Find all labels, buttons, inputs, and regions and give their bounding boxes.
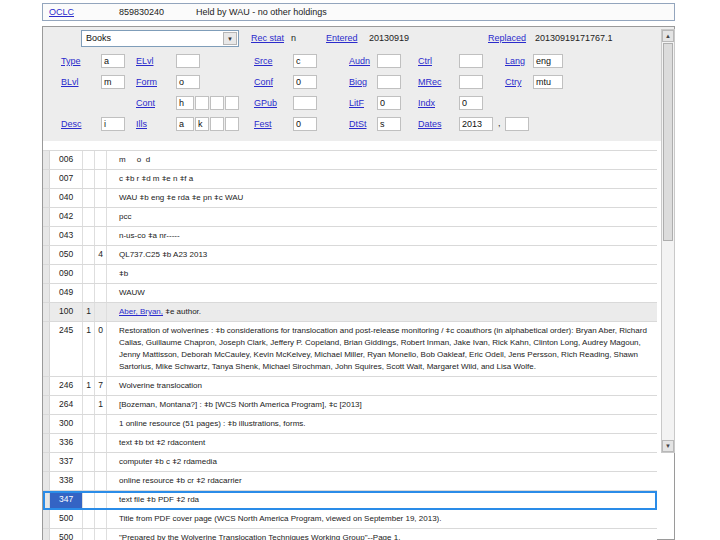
- field-value[interactable]: Aber, Bryan, ǂe author.: [107, 303, 657, 321]
- field-indicator2[interactable]: [95, 434, 107, 452]
- field-indicator1[interactable]: 1: [83, 322, 95, 376]
- field-value[interactable]: n-us-co ǂa nr-----: [107, 227, 657, 245]
- field-indicator1[interactable]: [83, 510, 95, 528]
- field-indicator1[interactable]: [83, 396, 95, 414]
- ff-label-indx[interactable]: Indx: [418, 98, 435, 108]
- ff-label-blvl[interactable]: BLvl: [61, 77, 79, 87]
- ff-input[interactable]: [195, 96, 209, 110]
- field-value[interactable]: WAU ǂb eng ǂe rda ǂe pn ǂc WAU: [107, 189, 657, 207]
- ff-label-biog[interactable]: Biog: [349, 77, 367, 87]
- ff-label-type[interactable]: Type: [61, 56, 81, 66]
- field-indicator1[interactable]: [83, 415, 95, 433]
- ff-input[interactable]: 0: [293, 75, 317, 89]
- ff-input[interactable]: [176, 54, 200, 68]
- ff-input[interactable]: [210, 96, 224, 110]
- ff-label-entered[interactable]: Entered: [326, 33, 358, 43]
- ff-label-fest[interactable]: Fest: [254, 119, 272, 129]
- field-indicator1[interactable]: [83, 434, 95, 452]
- field-indicator2[interactable]: [95, 472, 107, 490]
- ff-label-ctrl[interactable]: Ctrl: [418, 56, 432, 66]
- ff-label-mrec[interactable]: MRec: [418, 77, 442, 87]
- field-value[interactable]: Title from PDF cover page (WCS North Ame…: [107, 510, 657, 528]
- chevron-down-icon[interactable]: ▼: [223, 32, 237, 45]
- ff-label-conf[interactable]: Conf: [254, 77, 273, 87]
- field-tag[interactable]: 264: [50, 396, 83, 414]
- ff-label-srce[interactable]: Srce: [254, 56, 273, 66]
- field-indicator2[interactable]: [95, 227, 107, 245]
- ff-label-rec-stat[interactable]: Rec stat: [251, 33, 284, 43]
- ff-input[interactable]: [377, 75, 401, 89]
- field-value[interactable]: text file ǂb PDF ǂ2 rda: [107, 491, 657, 509]
- field-value[interactable]: Wolverine translocation: [107, 377, 657, 395]
- marc-field-row[interactable]: 336 text ǂb txt ǂ2 rdacontent: [43, 434, 657, 453]
- field-tag[interactable]: 338: [50, 472, 83, 490]
- field-indicator2[interactable]: 0: [95, 322, 107, 376]
- ff-label-elvl[interactable]: ELvl: [136, 56, 154, 66]
- marc-field-row[interactable]: 040 WAU ǂb eng ǂe rda ǂe pn ǂc WAU: [43, 189, 657, 208]
- ff-input[interactable]: [505, 117, 529, 131]
- marc-field-row[interactable]: 500 "Prepared by the Wolverine Transloca…: [43, 529, 657, 540]
- field-tag[interactable]: 300: [50, 415, 83, 433]
- field-indicator1[interactable]: [83, 189, 95, 207]
- field-tag[interactable]: 245: [50, 322, 83, 376]
- ff-label-form[interactable]: Form: [136, 77, 157, 87]
- ff-label-replaced[interactable]: Replaced: [488, 33, 526, 43]
- field-tag[interactable]: 100: [50, 303, 83, 321]
- marc-field-row[interactable]: 300 1 online resource (51 pages) : ǂb il…: [43, 415, 657, 434]
- field-indicator2[interactable]: [95, 208, 107, 226]
- field-indicator2[interactable]: [95, 415, 107, 433]
- field-tag[interactable]: 500: [50, 510, 83, 528]
- field-indicator2[interactable]: [95, 284, 107, 302]
- scroll-down-icon[interactable]: ▼: [662, 440, 674, 452]
- ff-label-dates[interactable]: Dates: [418, 119, 442, 129]
- field-value[interactable]: [Bozeman, Montana?] : ǂb [WCS North Amer…: [107, 396, 657, 414]
- ff-label-dtst[interactable]: DtSt: [349, 119, 367, 129]
- marc-field-row[interactable]: 245 1 0 Restoration of wolverines : ǂb c…: [43, 322, 657, 377]
- ff-label-cont[interactable]: Cont: [136, 98, 155, 108]
- field-indicator1[interactable]: [83, 284, 95, 302]
- field-indicator2[interactable]: [95, 170, 107, 188]
- field-tag[interactable]: 007: [50, 170, 83, 188]
- marc-field-row[interactable]: 246 1 7 Wolverine translocation: [43, 377, 657, 396]
- field-tag[interactable]: 500: [50, 529, 83, 540]
- field-value[interactable]: pcc: [107, 208, 657, 226]
- field-indicator2[interactable]: [95, 151, 107, 169]
- ff-input[interactable]: eng: [533, 54, 563, 68]
- field-value[interactable]: online resource ǂb cr ǂ2 rdacarrier: [107, 472, 657, 490]
- ff-input[interactable]: 0: [459, 96, 483, 110]
- field-tag[interactable]: 006: [50, 151, 83, 169]
- field-indicator2[interactable]: 4: [95, 246, 107, 264]
- oclc-link[interactable]: OCLC: [49, 7, 74, 17]
- field-indicator2[interactable]: 7: [95, 377, 107, 395]
- field-indicator2[interactable]: [95, 529, 107, 540]
- ff-label-lang[interactable]: Lang: [505, 56, 525, 66]
- ff-label-gpub[interactable]: GPub: [254, 98, 277, 108]
- field-value[interactable]: ǂb: [107, 265, 657, 283]
- field-indicator1[interactable]: [83, 246, 95, 264]
- field-value[interactable]: QL737.C25 ǂb A23 2013: [107, 246, 657, 264]
- marc-field-row[interactable]: 500 Title from PDF cover page (WCS North…: [43, 510, 657, 529]
- marc-field-row[interactable]: 050 4 QL737.C25 ǂb A23 2013: [43, 246, 657, 265]
- field-indicator2[interactable]: [95, 510, 107, 528]
- authority-link[interactable]: Aber, Bryan,: [119, 307, 163, 316]
- marc-field-row[interactable]: 337 computer ǂb c ǂ2 rdamedia: [43, 453, 657, 472]
- ff-input[interactable]: [377, 54, 401, 68]
- ff-input[interactable]: [293, 96, 317, 110]
- ff-input[interactable]: h: [176, 96, 194, 110]
- marc-field-row[interactable]: 347 text file ǂb PDF ǂ2 rda: [43, 491, 657, 510]
- field-indicator1[interactable]: [83, 265, 95, 283]
- field-indicator1[interactable]: 1: [83, 303, 95, 321]
- marc-field-row[interactable]: 007 c ǂb r ǂd m ǂe n ǂf a: [43, 170, 657, 189]
- field-indicator2[interactable]: 1: [95, 396, 107, 414]
- field-value[interactable]: 1 online resource (51 pages) : ǂb illust…: [107, 415, 657, 433]
- field-tag[interactable]: 347: [50, 491, 83, 509]
- field-indicator2[interactable]: [95, 265, 107, 283]
- ff-input[interactable]: s: [377, 117, 401, 131]
- field-indicator2[interactable]: [95, 453, 107, 471]
- ff-input[interactable]: a: [176, 117, 194, 131]
- field-indicator2[interactable]: [95, 303, 107, 321]
- vertical-scrollbar[interactable]: ▲ ▼: [661, 29, 675, 453]
- ff-input[interactable]: i: [101, 117, 125, 131]
- field-value[interactable]: m o d: [107, 151, 657, 169]
- ff-input[interactable]: 2013: [459, 117, 493, 131]
